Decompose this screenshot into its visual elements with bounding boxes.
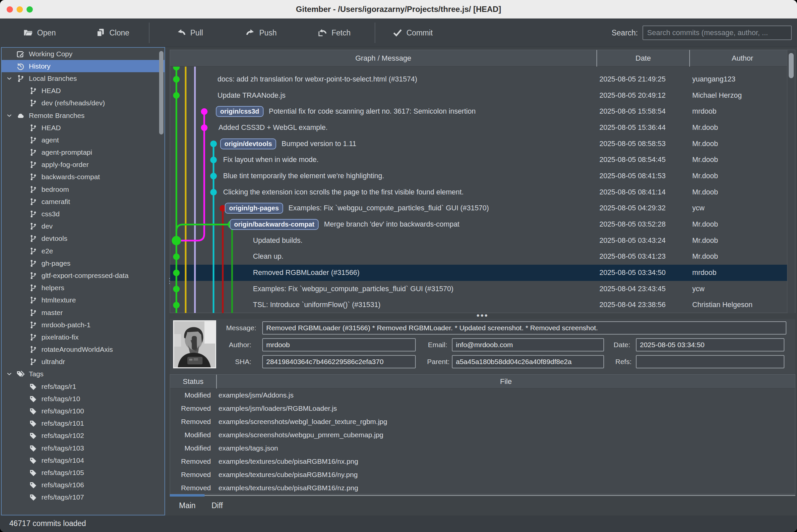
commit-row-partial xyxy=(170,66,788,71)
commit-row[interactable]: Clean up.2025-08-05 03:41:23Mr.doob xyxy=(170,249,788,265)
author-column-header[interactable]: Author xyxy=(689,50,795,66)
commit-row[interactable]: Examples: Fix `webgpu_compute_particles_… xyxy=(170,281,788,297)
file-path: examples/textures/cube/pisaRGBM16/nx.png xyxy=(216,457,795,466)
sidebar-item-bedroom[interactable]: bedroom xyxy=(2,183,164,195)
sidebar-item-remote-branches[interactable]: Remote Branches xyxy=(2,109,164,121)
sidebar-item-refs-tags-r106[interactable]: refs/tags/r106 xyxy=(2,479,164,491)
sidebar-item-master[interactable]: master xyxy=(2,306,164,319)
date-column-header[interactable]: Date xyxy=(596,50,689,66)
file-column-header[interactable]: File xyxy=(216,375,795,388)
sidebar-item-gltf-export-compressed-data[interactable]: gltf-export-compressed-data xyxy=(2,269,164,282)
search-input[interactable] xyxy=(642,25,792,40)
sidebar-item-history[interactable]: History xyxy=(2,60,164,72)
file-row[interactable]: Removedexamples/jsm/loaders/RGBMLoader.j… xyxy=(170,402,795,415)
sidebar-item-label: refs/tags/r107 xyxy=(41,493,84,501)
sidebar-item-ultrahdr[interactable]: ultrahdr xyxy=(2,356,164,368)
file-row[interactable]: Modifiedexamples/jsm/Addons.js xyxy=(170,388,795,402)
status-column-header[interactable]: Status xyxy=(170,375,216,388)
sidebar-item-refs-tags-r10[interactable]: refs/tags/r10 xyxy=(2,393,164,405)
file-row[interactable]: Modifiedexamples/screenshots/webgpu_pmre… xyxy=(170,428,795,441)
horizontal-divider[interactable]: ••• xyxy=(170,313,795,319)
commit-row[interactable]: Blue tint temporarily the element we're … xyxy=(170,168,788,184)
sidebar-item-dev-refs-heads-dev[interactable]: dev (refs/heads/dev) xyxy=(2,97,164,109)
status-bar: 46717 commits loaded xyxy=(0,515,797,532)
commit-author: Mr.doob xyxy=(689,220,788,229)
file-row[interactable]: Removedexamples/textures/cube/pisaRGBM16… xyxy=(170,481,795,495)
fetch-button[interactable]: Fetch xyxy=(318,19,351,47)
file-row[interactable]: Removedexamples/screenshots/webgl_loader… xyxy=(170,415,795,428)
sidebar-item-refs-tags-r101[interactable]: refs/tags/r101 xyxy=(2,417,164,430)
sidebar-item-agent[interactable]: agent xyxy=(2,134,164,146)
sidebar-item-gh-pages[interactable]: gh-pages xyxy=(2,257,164,269)
commit-row[interactable]: origin/css3dPotential fix for code scann… xyxy=(170,103,788,119)
sidebar-item-dev[interactable]: dev xyxy=(2,220,164,232)
sidebar-item-refs-tags-r1[interactable]: refs/tags/r1 xyxy=(2,380,164,393)
file-status: Removed xyxy=(170,457,216,466)
commit-row[interactable]: origin/gh-pagesExamples: Fix `webgpu_com… xyxy=(170,201,788,217)
commit-row[interactable]: Removed RGBMLoader (#31566)2025-08-05 03… xyxy=(170,265,788,281)
sidebar-item-camerafit[interactable]: camerafit xyxy=(2,195,164,208)
sidebar-item-pixelratio-fix[interactable]: pixelratio-fix xyxy=(2,331,164,343)
sidebar-item-rotatearoundworldaxis[interactable]: rotateAroundWorldAxis xyxy=(2,343,164,356)
commit-row[interactable]: docs: add zh translation for webxr-point… xyxy=(170,71,788,88)
commits-scrollbar-thumb[interactable] xyxy=(789,53,794,78)
commit-row[interactable]: Update TRAANode.js2025-08-05 20:49:12Mic… xyxy=(170,88,788,104)
refs-field[interactable] xyxy=(636,355,784,368)
sidebar-item-e2e[interactable]: e2e xyxy=(2,245,164,257)
tag-icon xyxy=(29,444,37,453)
sidebar-item-local-branches[interactable]: Local Branches xyxy=(2,72,164,84)
sidebar-item-htmltexture[interactable]: htmltexture xyxy=(2,294,164,306)
sidebar-scrollbar[interactable] xyxy=(159,51,163,134)
file-row[interactable]: Removedexamples/textures/cube/pisaRGBM16… xyxy=(170,455,795,468)
sidebar-item-refs-tags-r105[interactable]: refs/tags/r105 xyxy=(2,467,164,479)
sidebar-item-head[interactable]: HEAD xyxy=(2,85,164,97)
commit-row[interactable]: Clicking the extension icon scrolls the … xyxy=(170,184,788,201)
sidebar-item-apply-fog-order[interactable]: apply-fog-order xyxy=(2,159,164,171)
chevron-down-icon[interactable] xyxy=(6,112,13,119)
file-row[interactable]: Removedexamples/textures/cube/pisaRGBM16… xyxy=(170,468,795,481)
sidebar-item-refs-tags-r107[interactable]: refs/tags/r107 xyxy=(2,491,164,504)
email-field[interactable]: info@mrdoob.com xyxy=(452,338,604,352)
commits-scrollbar[interactable] xyxy=(787,50,795,314)
sidebar-item-helpers[interactable]: helpers xyxy=(2,282,164,294)
commit-author: Mr.doob xyxy=(689,236,788,245)
sha-field[interactable]: 28419840364c7b466229586c2efa370 xyxy=(262,355,416,368)
sidebar-item-label: History xyxy=(29,62,50,70)
file-path: examples/textures/cube/pisaRGBM16/ny.png xyxy=(216,471,795,479)
sidebar-item-label: refs/tags/r1 xyxy=(41,383,76,391)
commit-row[interactable]: Added CSS3D + WebGL example.2025-08-05 1… xyxy=(170,119,788,136)
sidebar-item-working-copy[interactable]: Working Copy xyxy=(2,48,164,60)
pull-button[interactable]: Pull xyxy=(176,19,203,47)
sidebar-item-head[interactable]: HEAD xyxy=(2,121,164,134)
sidebar-item-mrdoob-patch-1[interactable]: mrdoob-patch-1 xyxy=(2,319,164,331)
file-row[interactable]: Modifiedexamples/tags.json xyxy=(170,441,795,455)
tab-diff[interactable]: Diff xyxy=(212,499,223,512)
commit-message: Added CSS3D + WebGL example. xyxy=(218,124,328,132)
sidebar-item-refs-tags-r103[interactable]: refs/tags/r103 xyxy=(2,442,164,454)
parent-field[interactable]: a5a45a180b58dd04c26a40f89df8e2a xyxy=(452,355,604,368)
sidebar-item-refs-tags-r100[interactable]: refs/tags/r100 xyxy=(2,405,164,417)
commit-row[interactable]: origin/backwards-compatMerge branch 'dev… xyxy=(170,216,788,232)
push-button[interactable]: Push xyxy=(245,19,276,47)
message-field[interactable]: Removed RGBMLoader (#31566) * Removed RG… xyxy=(262,321,786,335)
commit-row[interactable]: Updated builds.2025-08-05 03:43:24Mr.doo… xyxy=(170,232,788,249)
chevron-down-icon[interactable] xyxy=(6,370,13,378)
sidebar-item-refs-tags-r102[interactable]: refs/tags/r102 xyxy=(2,430,164,442)
commit-row[interactable]: origin/devtoolsBumped version to 1.11202… xyxy=(170,136,788,152)
open-button[interactable]: Open xyxy=(23,19,56,47)
clone-button[interactable]: Clone xyxy=(95,19,129,47)
commit-row[interactable]: Fix layout when in wide mode.2025-08-05 … xyxy=(170,152,788,168)
split-divider[interactable]: ⋮ xyxy=(165,47,170,515)
sidebar-item-backwards-compat[interactable]: backwards-compat xyxy=(2,171,164,183)
sidebar-item-tags[interactable]: Tags xyxy=(2,368,164,380)
date-field[interactable]: 2025-08-05 03:34:50 xyxy=(636,338,784,352)
author-field[interactable]: mrdoob xyxy=(262,338,416,352)
commit-button[interactable]: Commit xyxy=(393,19,433,47)
graph-message-column-header[interactable]: Graph / Message xyxy=(170,50,596,66)
sidebar-item-agent-promptapi[interactable]: agent-promptapi xyxy=(2,147,164,159)
tab-main[interactable]: Main xyxy=(179,499,196,512)
sidebar-item-devtools[interactable]: devtools xyxy=(2,232,164,245)
chevron-down-icon[interactable] xyxy=(6,75,13,82)
sidebar-item-css3d[interactable]: css3d xyxy=(2,208,164,220)
sidebar-item-refs-tags-r104[interactable]: refs/tags/r104 xyxy=(2,454,164,467)
